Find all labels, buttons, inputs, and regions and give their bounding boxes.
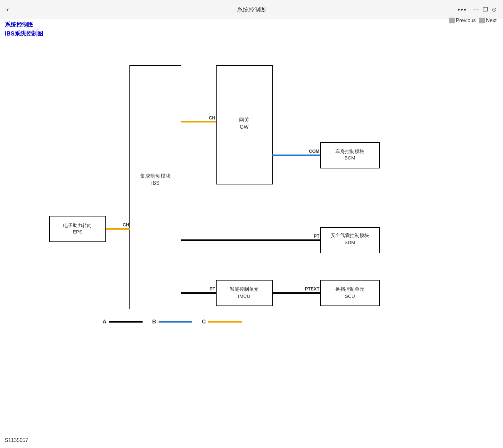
gw-label-line1: 网关: [239, 117, 249, 123]
legend-a-label: A: [103, 319, 106, 325]
top-bar: ‹ 系统控制图 ••• — ❐ ⊙: [0, 0, 503, 19]
scu-label-line2: SCU: [345, 293, 355, 299]
next-icon: [479, 18, 485, 23]
next-button[interactable]: Next: [479, 18, 497, 23]
bcm-label-line1: 车身控制模块: [335, 149, 364, 154]
breadcrumb-system[interactable]: 系统控制图: [5, 21, 43, 29]
sidebar: 系统控制图 IBS系统控制图: [5, 21, 43, 37]
previous-icon: [449, 18, 455, 23]
diagram-area: 集成制动模块 IBS 网关 GW 电子助力转向 EPS 车身控制模块 BCM 安…: [0, 50, 503, 338]
imcu-label-line2: IMCU: [238, 293, 250, 299]
scu-label-line1: 换挡控制单元: [335, 286, 364, 292]
ch-label-top: CH: [209, 115, 215, 120]
pt-label-bottom: PT: [210, 286, 215, 291]
eps-label-line2: EPS: [73, 229, 82, 234]
bcm-label-line2: BCM: [344, 155, 355, 160]
com-label: COM: [309, 149, 319, 154]
legend-c-label: C: [202, 319, 206, 325]
system-diagram: 集成制动模块 IBS 网关 GW 电子助力转向 EPS 车身控制模块 BCM 安…: [43, 50, 460, 338]
minimize-button[interactable]: —: [473, 6, 479, 13]
ptext-label: PTEXT: [305, 286, 320, 291]
imcu-label-line1: 智能控制单元: [230, 286, 259, 292]
back-button[interactable]: ‹: [6, 5, 9, 14]
top-bar-left: ‹: [6, 5, 9, 14]
sdm-label-line1: 安全气囊控制模块: [331, 232, 369, 238]
pt-label-top: PT: [314, 233, 319, 239]
legend-b-label: B: [152, 319, 156, 325]
close-button[interactable]: ⊙: [492, 6, 497, 13]
top-bar-right: ••• — ❐ ⊙: [458, 5, 497, 14]
ch-label-mid: CH: [123, 222, 129, 227]
previous-button[interactable]: Previous: [449, 18, 476, 23]
ibs-box: [130, 66, 181, 309]
scu-box: [320, 280, 380, 306]
breadcrumb-ibs[interactable]: IBS系统控制图: [5, 30, 43, 37]
ibs-label-line2: IBS: [151, 180, 160, 186]
dots-menu-button[interactable]: •••: [458, 5, 467, 14]
eps-label-line1: 电子助力转向: [63, 223, 92, 228]
ibs-label-line1: 集成制动模块: [140, 173, 171, 179]
restore-button[interactable]: ❐: [483, 6, 488, 13]
bottom-ref: S1135057: [5, 437, 28, 443]
imcu-box: [216, 280, 272, 306]
nav-buttons: Previous Next: [449, 18, 497, 23]
sdm-label-line2: SDM: [344, 240, 355, 245]
page-title: 系统控制图: [237, 6, 266, 13]
window-controls: — ❐ ⊙: [473, 6, 497, 13]
next-label: Next: [486, 18, 497, 23]
previous-label: Previous: [456, 18, 476, 23]
gw-label-line2: GW: [240, 124, 249, 130]
